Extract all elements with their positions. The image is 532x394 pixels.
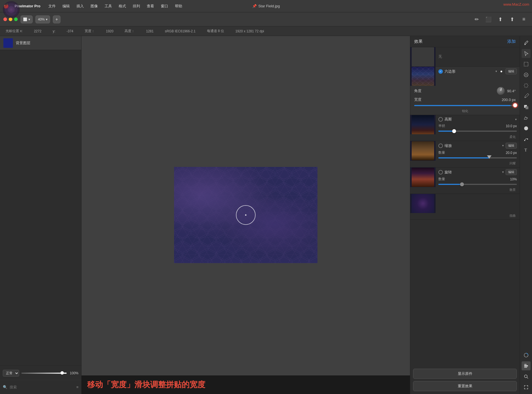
canvas-circle-dot [245, 214, 247, 216]
effect-section-distort: 扭曲 [410, 194, 520, 220]
distort-thumbnail [412, 194, 434, 213]
effects-panel: 效果 添加 无 [410, 36, 520, 394]
main-area: 背景图层 正常 100% 🔍 ≡ [0, 36, 532, 394]
effect-thumb-distort [410, 194, 436, 213]
canvas-circle [236, 205, 256, 225]
